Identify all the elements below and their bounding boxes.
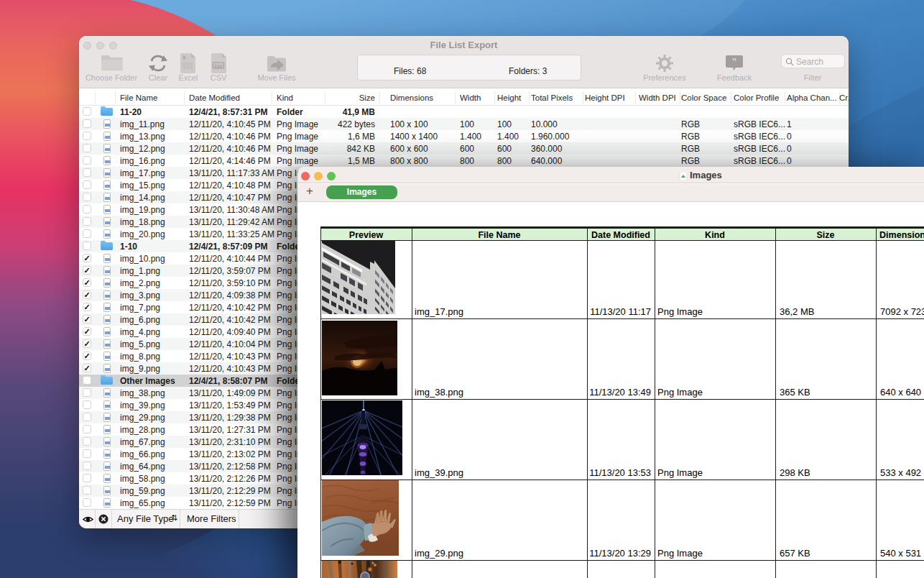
svg-text:”: ” <box>732 56 737 67</box>
svg-text:CSV: CSV <box>214 64 223 68</box>
